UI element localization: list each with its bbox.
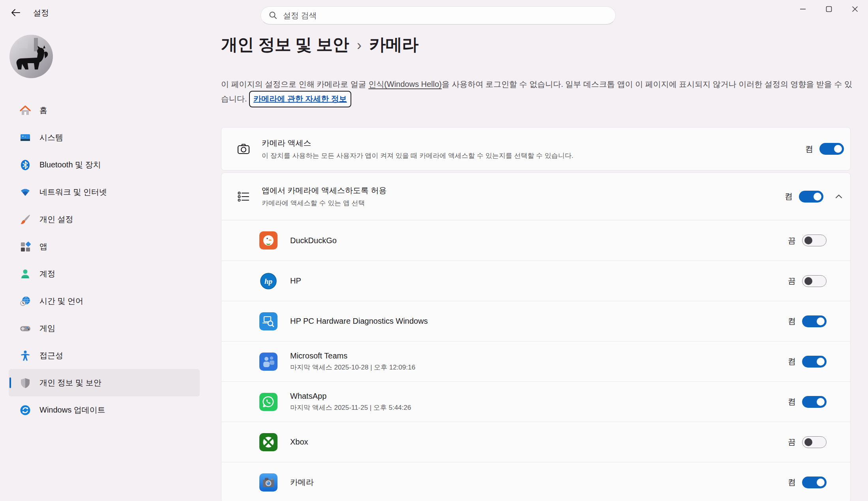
sidebar-item-bluetooth[interactable]: Bluetooth 및 장치	[9, 151, 200, 178]
app-name: Xbox	[290, 437, 308, 447]
home-icon	[19, 104, 32, 117]
app-name: HP	[290, 276, 301, 285]
app-state-label: 끔	[788, 235, 796, 246]
camera-access-card: 카메라 액세스 이 장치를 사용하는 모든 사용자가 앱이 켜져 있을 때 카메…	[221, 127, 851, 171]
sidebar-item-label: 시스템	[39, 132, 63, 143]
app-row-xbox: Xbox 끔	[221, 422, 850, 462]
app-state-label: 끔	[788, 276, 796, 286]
sidebar-item-accounts[interactable]: 계정	[9, 260, 200, 287]
app-permission-list: DuckDuckGo 끔 hp HP 끔 HP PC Hardware Diag…	[221, 220, 851, 501]
sidebar-item-system[interactable]: 시스템	[9, 124, 200, 151]
sidebar-item-accessibility[interactable]: 접근성	[9, 342, 200, 369]
page-title: 카메라	[369, 34, 419, 56]
app-row-whatsapp: WhatsApp 마지막 액세스 2025-11-25 | 오후 5:44:26…	[221, 381, 850, 422]
camera-access-title: 카메라 액세스	[262, 138, 574, 148]
teams-app-icon	[259, 353, 277, 371]
back-button[interactable]	[9, 6, 23, 20]
app-access-subtitle: 카메라에 액세스할 수 있는 앱 선택	[262, 199, 387, 208]
sidebar-item-gaming[interactable]: 게임	[9, 315, 200, 342]
window-controls	[790, 0, 868, 18]
collapse-expander-button[interactable]	[833, 191, 845, 203]
sidebar-item-apps[interactable]: 앱	[9, 233, 200, 260]
apps-icon	[19, 240, 32, 253]
app-toggle-microsoft-teams[interactable]	[802, 356, 827, 368]
app-list-icon	[236, 190, 251, 203]
accessibility-icon	[19, 349, 32, 362]
sidebar-item-label: 접근성	[39, 350, 63, 361]
minimize-icon	[800, 6, 806, 12]
sidebar-item-time-language[interactable]: 시간 및 언어	[9, 287, 200, 315]
back-arrow-icon	[11, 8, 21, 18]
app-name: DuckDuckGo	[290, 236, 337, 245]
toggle-knob	[817, 398, 825, 406]
xbox-app-icon	[259, 433, 277, 451]
minimize-button[interactable]	[790, 0, 816, 18]
app-state-label: 켬	[788, 477, 796, 488]
app-state-label: 켬	[788, 396, 796, 407]
sidebar-nav: 홈 시스템 Bluetooth 및 장치 네트워크 및 인터넷 개인 설정 앱	[9, 97, 200, 424]
sidebar-item-home[interactable]: 홈	[9, 97, 200, 124]
learn-more-link[interactable]: 카메라에 관한 자세한 정보	[249, 91, 351, 107]
app-title: 설정	[33, 8, 49, 18]
maximize-button[interactable]	[816, 0, 842, 18]
network-icon	[19, 186, 32, 199]
titlebar: 설정	[9, 6, 49, 20]
app-name: HP PC Hardware Diagnostics Windows	[290, 317, 428, 326]
sidebar-item-personalization[interactable]: 개인 설정	[9, 206, 200, 233]
app-access-expander-header[interactable]: 앱에서 카메라에 액세스하도록 허용 카메라에 액세스할 수 있는 앱 선택 켬	[221, 173, 851, 220]
duckduckgo-app-icon	[259, 231, 277, 250]
toggle-knob	[804, 277, 812, 285]
app-state-label: 켬	[788, 356, 796, 367]
system-icon	[19, 131, 32, 144]
app-name: Microsoft Teams	[290, 351, 415, 360]
app-toggle-hp[interactable]	[802, 275, 827, 287]
windows-update-icon	[19, 404, 32, 417]
toggle-knob	[817, 358, 825, 366]
sidebar-item-label: Windows 업데이트	[39, 405, 105, 415]
sidebar-item-label: Bluetooth 및 장치	[39, 159, 101, 170]
accounts-icon	[19, 268, 32, 280]
app-toggle-camera[interactable]	[802, 477, 827, 488]
app-toggle-duckduckgo[interactable]	[802, 235, 827, 246]
description-text: 이 페이지의 설정으로 인해 카메라로 얼굴	[221, 80, 368, 88]
sidebar-item-label: 홈	[39, 105, 47, 116]
app-row-camera: 카메라 켬	[221, 462, 850, 501]
sidebar-item-label: 시간 및 언어	[39, 296, 83, 306]
camera-access-toggle[interactable]	[819, 143, 844, 155]
sidebar-item-privacy-security[interactable]: 개인 정보 및 보안	[9, 369, 200, 396]
toggle-knob	[817, 478, 825, 486]
sidebar-item-label: 네트워크 및 인터넷	[39, 187, 107, 197]
avatar-cat-photo	[9, 35, 53, 78]
app-toggle-xbox[interactable]	[802, 436, 827, 448]
search-icon	[269, 11, 277, 20]
app-toggle-whatsapp[interactable]	[802, 396, 827, 408]
search-input[interactable]: 설정 검색	[261, 6, 616, 24]
sidebar-item-label: 앱	[39, 241, 47, 252]
app-access-state-label: 켬	[785, 191, 793, 202]
time-language-icon	[19, 295, 32, 308]
app-name: 카메라	[290, 477, 314, 488]
windows-hello-link[interactable]: 인식(Windows Hello)	[368, 80, 442, 88]
app-name: WhatsApp	[290, 392, 411, 401]
toggle-knob	[814, 193, 821, 201]
app-last-access: 마지막 액세스 2025-11-25 | 오후 5:44:26	[290, 403, 411, 412]
privacy-icon	[19, 377, 32, 389]
sidebar-item-windows-update[interactable]: Windows 업데이트	[9, 396, 200, 424]
search-placeholder: 설정 검색	[283, 10, 317, 21]
camera-outline-icon	[236, 142, 251, 156]
chevron-up-icon	[834, 192, 843, 201]
sidebar-item-label: 계정	[39, 268, 55, 279]
app-access-toggle[interactable]	[799, 191, 823, 203]
toggle-knob	[834, 145, 842, 153]
app-row-hp-diagnostics: HP PC Hardware Diagnostics Windows 켬	[221, 301, 850, 341]
whatsapp-app-icon	[259, 393, 277, 411]
avatar	[9, 35, 53, 78]
app-row-duckduckgo: DuckDuckGo 끔	[221, 220, 850, 261]
hp-app-icon: hp	[259, 272, 277, 290]
app-toggle-hp-diagnostics[interactable]	[802, 315, 827, 327]
breadcrumb-parent[interactable]: 개인 정보 및 보안	[221, 34, 349, 56]
close-button[interactable]	[842, 0, 868, 18]
app-state-label: 켬	[788, 316, 796, 326]
hp-diagnostics-app-icon	[259, 312, 277, 330]
sidebar-item-network[interactable]: 네트워크 및 인터넷	[9, 178, 200, 206]
